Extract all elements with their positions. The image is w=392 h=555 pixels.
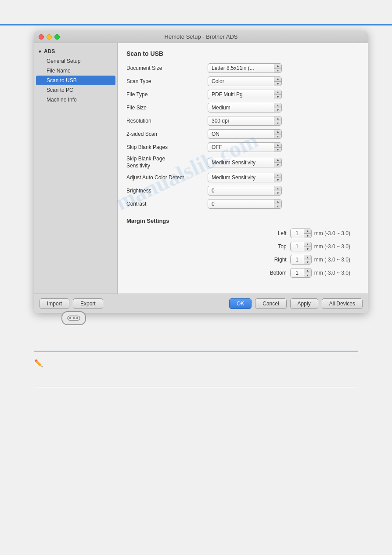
cancel-button[interactable]: Cancel	[255, 298, 286, 309]
brightness-row: Brightness 0 ▲ ▼	[126, 186, 359, 196]
two-sided-label: 2-sided Scan	[126, 131, 208, 137]
svg-rect-2	[73, 317, 75, 319]
file-type-label: File Type	[126, 91, 208, 98]
margin-right-label: Right	[265, 257, 287, 263]
resolution-value: 300 dpi	[208, 118, 274, 124]
brightness-spinner[interactable]: 0 ▲ ▼	[208, 186, 282, 196]
two-sided-down[interactable]: ▼	[274, 134, 281, 139]
sidebar-item-scan-to-usb[interactable]: Scan to USB	[36, 76, 115, 85]
skip-blank-sensitivity-down[interactable]: ▼	[274, 163, 281, 167]
margin-right-unit: mm (-3.0 ~ 3.0)	[314, 257, 350, 263]
minimize-button[interactable]	[47, 34, 52, 40]
brightness-control: 0 ▲ ▼	[208, 186, 282, 196]
skip-blank-sensitivity-arrows: ▲ ▼	[274, 158, 281, 167]
brightness-label: Brightness	[126, 188, 208, 194]
note-section: ✏️	[34, 358, 358, 367]
two-sided-arrows: ▲ ▼	[274, 129, 281, 139]
file-size-up[interactable]: ▲	[274, 103, 281, 108]
file-type-spinner[interactable]: PDF Multi Pg ▲ ▼	[208, 90, 282, 99]
margin-bottom-arrows: ▲ ▼	[304, 268, 311, 278]
resolution-spinner[interactable]: 300 dpi ▲ ▼	[208, 116, 282, 126]
sidebar-item-machine-info[interactable]: Machine Info	[34, 95, 117, 105]
contrast-down[interactable]: ▼	[274, 204, 281, 209]
resolution-up[interactable]: ▲	[274, 116, 281, 121]
note-icon: ✏️	[34, 359, 43, 367]
file-size-spinner[interactable]: Medium ▲ ▼	[208, 103, 282, 112]
close-button[interactable]	[39, 34, 44, 40]
contrast-up[interactable]: ▲	[274, 199, 281, 204]
skip-blank-pages-control: OFF ▲ ▼	[208, 142, 282, 152]
margin-top-arrows: ▲ ▼	[304, 242, 311, 251]
file-type-down[interactable]: ▼	[274, 95, 281, 100]
export-button[interactable]: Export	[73, 298, 103, 309]
document-size-spinner[interactable]: Letter 8.5x11in (... ▲ ▼	[208, 63, 282, 73]
margin-top-input[interactable]: 1 ▲ ▼	[290, 242, 312, 251]
all-devices-button[interactable]: All Devices	[322, 298, 363, 309]
scan-type-up[interactable]: ▲	[274, 76, 281, 82]
window-content: ▼ ADS General Setup File Name Scan to US…	[34, 43, 368, 294]
file-type-control: PDF Multi Pg ▲ ▼	[208, 90, 282, 99]
scan-type-spinner[interactable]: Color ▲ ▼	[208, 76, 282, 86]
margin-bottom-input[interactable]: 1 ▲ ▼	[290, 268, 312, 278]
usb-symbol	[67, 314, 81, 322]
margin-left-up[interactable]: ▲	[304, 229, 311, 234]
scan-type-label: Scan Type	[126, 78, 208, 84]
contrast-spinner[interactable]: 0 ▲ ▼	[208, 199, 282, 209]
import-button[interactable]: Import	[40, 298, 69, 309]
brightness-up[interactable]: ▲	[274, 186, 281, 191]
margin-left-value: 1	[291, 230, 304, 236]
margin-left-down[interactable]: ▼	[304, 234, 311, 239]
margin-left-input[interactable]: 1 ▲ ▼	[290, 229, 312, 238]
ok-button[interactable]: OK	[229, 298, 252, 309]
margin-bottom-down[interactable]: ▼	[304, 273, 311, 278]
bottom-bar: Import Export OK Cancel Apply All Device…	[34, 294, 368, 313]
resolution-control: 300 dpi ▲ ▼	[208, 116, 282, 126]
brightness-arrows: ▲ ▼	[274, 186, 281, 196]
skip-blank-pages-spinner[interactable]: OFF ▲ ▼	[208, 142, 282, 152]
margin-right-down[interactable]: ▼	[304, 260, 311, 265]
sidebar-item-file-name[interactable]: File Name	[34, 66, 117, 76]
svg-rect-3	[76, 317, 78, 319]
file-type-value: PDF Multi Pg	[208, 91, 274, 98]
resolution-label: Resolution	[126, 118, 208, 124]
auto-color-value: Medium Sensitivity	[208, 174, 274, 181]
file-type-up[interactable]: ▲	[274, 90, 281, 95]
margin-top-up[interactable]: ▲	[304, 242, 311, 247]
resolution-down[interactable]: ▼	[274, 121, 281, 126]
margin-bottom-row: Bottom 1 ▲ ▼ mm (-3.0 ~ 3.0)	[126, 268, 359, 278]
two-sided-spinner[interactable]: ON ▲ ▼	[208, 129, 282, 139]
sidebar-group[interactable]: ▼ ADS	[34, 47, 117, 56]
apply-button[interactable]: Apply	[290, 298, 318, 309]
document-size-value: Letter 8.5x11in (...	[208, 65, 274, 71]
two-sided-value: ON	[208, 131, 274, 137]
sidebar-item-scan-to-pc[interactable]: Scan to PC	[34, 85, 117, 95]
auto-color-down[interactable]: ▼	[274, 178, 281, 183]
file-size-value: Medium	[208, 105, 274, 111]
skip-blank-pages-down[interactable]: ▼	[274, 148, 281, 152]
bottom-divider-line	[34, 351, 358, 352]
two-sided-up[interactable]: ▲	[274, 129, 281, 134]
two-sided-control: ON ▲ ▼	[208, 129, 282, 139]
skip-blank-pages-up[interactable]: ▲	[274, 142, 281, 148]
window-title: Remote Setup - Brother ADS	[165, 33, 238, 40]
auto-color-spinner[interactable]: Medium Sensitivity ▲ ▼	[208, 173, 282, 182]
brightness-down[interactable]: ▼	[274, 191, 281, 196]
page-wrapper: Remote Setup - Brother ADS ▼ ADS General…	[0, 0, 392, 555]
file-size-down[interactable]: ▼	[274, 108, 281, 113]
maximize-button[interactable]	[54, 34, 60, 40]
sidebar-item-general-setup[interactable]: General Setup	[34, 56, 117, 66]
margin-bottom-up[interactable]: ▲	[304, 268, 311, 273]
margin-right-up[interactable]: ▲	[304, 255, 311, 260]
scan-type-arrows: ▲ ▼	[274, 76, 281, 86]
skip-blank-sensitivity-up[interactable]: ▲	[274, 158, 281, 163]
document-size-up[interactable]: ▲	[274, 63, 281, 69]
main-panel: Scan to USB Document Size Letter 8.5x11i…	[118, 43, 368, 294]
skip-blank-sensitivity-spinner[interactable]: Medium Sensitivity ▲ ▼	[208, 158, 282, 167]
auto-color-up[interactable]: ▲	[274, 173, 281, 178]
scan-type-down[interactable]: ▼	[274, 82, 281, 87]
margin-right-input[interactable]: 1 ▲ ▼	[290, 255, 312, 265]
skip-blank-sensitivity-row: Skip Blank PageSensitivity Medium Sensit…	[126, 156, 359, 169]
document-size-down[interactable]: ▼	[274, 69, 281, 73]
contrast-value: 0	[208, 201, 274, 207]
margin-top-down[interactable]: ▼	[304, 247, 311, 252]
